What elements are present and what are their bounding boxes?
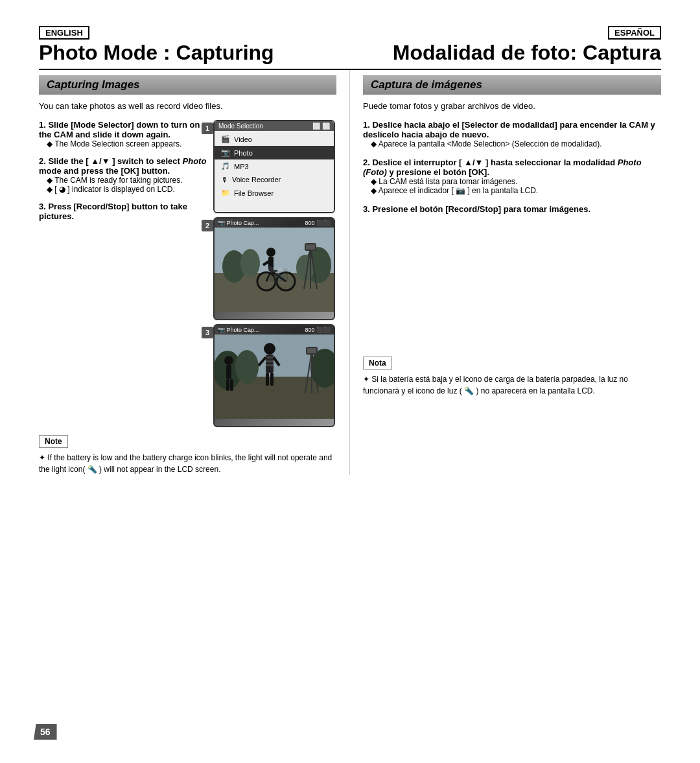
mode-select-screen: Mode Selection ⬜ ⬜ 🎬 Video 📷	[215, 121, 334, 212]
note-text-english: If the battery is low and the battery ch…	[39, 452, 336, 475]
step3-text-english: 3. Press [Record/Stop] button to take pi…	[39, 202, 187, 221]
screen1-item: 1 Mode Selection ⬜ ⬜ 🎬 Vi	[213, 120, 336, 213]
mode-select-header: Mode Selection ⬜ ⬜	[215, 121, 334, 131]
mode-item-video: 🎬 Video	[215, 132, 334, 146]
mode-select-title: Mode Selection	[218, 123, 263, 130]
mode-select-icons: ⬜ ⬜	[312, 123, 330, 130]
screens-col: 1 Mode Selection ⬜ ⬜ 🎬 Vi	[213, 120, 336, 427]
mode-item-mp3: 🎵 MP3	[215, 159, 334, 173]
step1-text-english: 1. Slide [Mode Selector] down to turn on…	[39, 120, 200, 139]
photo-capture-label2: 📷 Photo Cap...	[218, 220, 259, 226]
step2-bullet1-english: The CAM is ready for taking pictures.	[47, 176, 207, 185]
svg-point-6	[266, 248, 275, 257]
mp3-label: MP3	[234, 163, 249, 170]
svg-rect-28	[266, 364, 274, 366]
photo-scene2-svg: 📷	[215, 228, 334, 312]
mode-item-voice: 🎙 Voice Recorder	[215, 173, 334, 186]
intro-text-spanish: Puede tomar fotos y grabar archivos de v…	[363, 101, 661, 111]
svg-rect-30	[270, 373, 274, 386]
svg-rect-38	[226, 365, 231, 379]
note-text-spanish: Si la batería está baja y el icono de ca…	[363, 373, 661, 397]
svg-point-37	[224, 356, 233, 365]
svg-rect-27	[266, 360, 274, 362]
note-section-spanish: Nota Si la batería está baja y el icono …	[363, 357, 661, 397]
section-header-spanish: Captura de imágenes	[363, 75, 661, 95]
screen3-item: 3 📷 Photo Cap... 800 ⬛⬛	[213, 324, 336, 427]
svg-point-24	[264, 343, 275, 355]
svg-rect-17	[305, 244, 316, 250]
page: ENGLISH ESPAÑOL Photo Mode : Capturing M…	[0, 0, 700, 763]
step2-english: 2. Slide the [ ▲/▼ ] switch to select Ph…	[39, 156, 207, 194]
header-row: ENGLISH ESPAÑOL	[39, 26, 661, 40]
step2-bullet2-spanish: Aparece el indicador [ 📷 ] en la pantall…	[371, 186, 661, 195]
files-label: File Browser	[234, 189, 274, 197]
screen2-item: 2 📷 Photo Cap... 800 ⬛⬛	[213, 217, 336, 320]
voice-icon: 🎙	[221, 176, 228, 183]
mp3-icon: 🎵	[221, 162, 230, 170]
photo-capture-label3: 📷 Photo Cap...	[218, 327, 259, 333]
main-title-english: Photo Mode : Capturing	[39, 41, 274, 65]
note-section-english: Note If the battery is low and the batte…	[39, 435, 336, 475]
step3-english: 3. Press [Record/Stop] button to take pi…	[39, 202, 207, 221]
step1-english: 1. Slide [Mode Selector] down to turn on…	[39, 120, 207, 148]
photo-counter2: 800 ⬛⬛	[305, 220, 331, 226]
note-label-english: Note	[39, 435, 68, 448]
voice-label: Voice Recorder	[232, 176, 281, 183]
step2-bullet2-english: [ ◕ ] indicator is displayed on LCD.	[47, 185, 207, 194]
two-col-content: Capturing Images You can take photos as …	[39, 70, 661, 475]
screen2-num: 2	[202, 220, 213, 231]
video-label: Video	[234, 135, 252, 143]
photo-counter3: 800 ⬛⬛	[305, 327, 331, 333]
step1-bullet1-english: The Mode Selection screen appears.	[47, 139, 207, 148]
step1-bullet1-spanish: Aparece la pantalla <Mode Selection> (Se…	[371, 139, 661, 148]
mode-item-photo: 📷 Photo	[215, 146, 334, 159]
section-title-spanish: Captura de imágenes	[371, 78, 482, 91]
step2-spanish: 2. Deslice el interruptor [ ▲/▼ ] hasta …	[363, 158, 661, 195]
screen1-lcd: Mode Selection ⬜ ⬜ 🎬 Video 📷	[213, 120, 335, 213]
photo-screen2-header: 📷 Photo Cap... 800 ⬛⬛	[215, 218, 334, 228]
svg-point-22	[235, 350, 259, 384]
photo-content2: 📷	[215, 228, 334, 312]
spanish-badge: ESPAÑOL	[608, 26, 661, 40]
note-label-spanish: Nota	[363, 357, 392, 370]
step1-spanish: 1. Deslice hacia abajo el [Selector de m…	[363, 120, 661, 148]
col-spanish: Captura de imágenes Puede tomar fotos y …	[350, 70, 661, 475]
screen3-lcd: 📷 Photo Cap... 800 ⬛⬛	[213, 324, 335, 427]
step2-text-english: 2. Slide the [ ▲/▼ ] switch to select Ph…	[39, 156, 206, 176]
svg-rect-39	[226, 379, 229, 391]
svg-rect-26	[266, 357, 274, 358]
title-row: Photo Mode : Capturing Modalidad de foto…	[39, 41, 661, 70]
english-badge: ENGLISH	[39, 26, 89, 40]
photo-screen3-header: 📷 Photo Cap... 800 ⬛⬛	[215, 325, 334, 335]
step1-text-spanish: 1. Deslice hacia abajo el [Selector de m…	[363, 120, 655, 139]
step3-spanish: 3. Presione el botón [Record/Stop] para …	[363, 204, 661, 214]
section-title-english: Capturing Images	[47, 78, 140, 91]
col-english: Capturing Images You can take photos as …	[39, 70, 350, 475]
step2-text-spanish: 2. Deslice el interruptor [ ▲/▼ ] hasta …	[363, 158, 642, 177]
photo-icon: 📷	[221, 148, 230, 157]
photo-screen3: 📷 Photo Cap... 800 ⬛⬛	[215, 325, 334, 426]
screen2-lcd: 📷 Photo Cap... 800 ⬛⬛	[213, 217, 335, 320]
step2-bullet1-spanish: La CAM está lista para tomar imágenes.	[371, 177, 661, 186]
main-title-spanish: Modalidad de foto: Captura	[393, 41, 661, 65]
steps-text-english: 1. Slide [Mode Selector] down to turn on…	[39, 120, 207, 427]
steps-container: 1. Slide [Mode Selector] down to turn on…	[39, 120, 336, 427]
svg-rect-29	[266, 373, 269, 386]
svg-text:📷: 📷	[266, 261, 291, 285]
step3-text-spanish: 3. Presione el botón [Record/Stop] para …	[363, 204, 590, 214]
screen1-num: 1	[202, 123, 213, 134]
photo-screen2: 📷 Photo Cap... 800 ⬛⬛	[215, 218, 334, 319]
mode-select-items: 🎬 Video 📷 Photo 🎵 MP3	[215, 131, 334, 201]
mode-item-files: 📁 File Browser	[215, 186, 334, 200]
photo-scene3-svg	[215, 335, 334, 419]
svg-rect-36	[307, 347, 317, 354]
svg-point-3	[240, 249, 260, 277]
page-number: 56	[34, 724, 57, 740]
files-icon: 📁	[221, 189, 230, 197]
svg-rect-40	[230, 379, 233, 391]
photo-label: Photo	[234, 149, 253, 157]
screen3-num: 3	[202, 327, 213, 338]
photo-content3	[215, 335, 334, 419]
intro-text-english: You can take photos as well as record vi…	[39, 101, 336, 111]
video-icon: 🎬	[221, 135, 230, 143]
